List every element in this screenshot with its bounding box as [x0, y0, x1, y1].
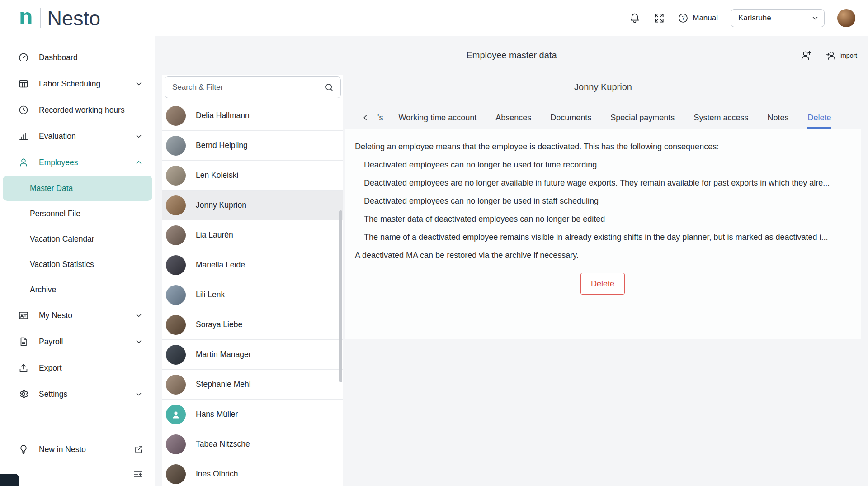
employee-avatar — [166, 106, 186, 126]
tab-system-access[interactable]: System access — [693, 107, 748, 129]
sidebar-item-label: Dashboard — [39, 53, 78, 62]
search-icon — [324, 82, 334, 92]
tab-delete[interactable]: Delete — [807, 107, 831, 129]
sidebar-item-evaluation[interactable]: Evaluation — [0, 123, 155, 149]
delete-intro-text: Deleting an employee means that the empl… — [355, 142, 850, 152]
employee-name: Jonny Kuprion — [196, 200, 246, 210]
tab-documents[interactable]: Documents — [550, 107, 591, 129]
sidebar-item-recorded-working-hours[interactable]: Recorded working hours — [0, 97, 155, 123]
main-header: Employee master data Import — [155, 36, 868, 75]
sidebar-item-export[interactable]: Export — [0, 355, 155, 381]
sidebar-subitem-archive[interactable]: Archive — [0, 277, 155, 302]
employee-row[interactable]: Mariella Leide — [162, 250, 343, 280]
employee-row[interactable]: Hans Müller — [162, 400, 343, 429]
document-icon — [18, 336, 29, 347]
nesto-logo: n Nesto — [19, 5, 100, 31]
employee-avatar — [166, 375, 186, 395]
sidebar-item-settings[interactable]: Settings — [0, 381, 155, 407]
employee-row-selected[interactable]: Jonny Kuprion — [162, 191, 343, 220]
gear-icon — [18, 389, 29, 400]
sidebar-item-label: Export — [39, 363, 62, 373]
import-person-icon — [826, 50, 836, 61]
sidebar-subitem-personnel-file[interactable]: Personnel File — [0, 201, 155, 226]
user-avatar[interactable] — [837, 9, 855, 27]
corner-widget — [0, 474, 19, 486]
sidebar-subitem-master-data[interactable]: Master Data — [3, 176, 152, 201]
sidebar-item-label: Evaluation — [39, 132, 76, 141]
detail-tabs: 's Working time account Absences Documen… — [345, 107, 861, 129]
export-arrow-icon — [18, 362, 29, 373]
header-actions: Import — [800, 50, 868, 62]
tab-special-payments[interactable]: Special payments — [610, 107, 675, 129]
delete-button[interactable]: Delete — [580, 273, 625, 295]
import-button[interactable]: Import — [826, 50, 857, 61]
employee-name: Ines Olbrich — [196, 469, 238, 479]
new-in-nesto-label: New in Nesto — [39, 445, 86, 454]
consequence-line: The master data of deactivated employees… — [355, 214, 850, 224]
employee-detail-title: Jonny Kuprion — [345, 82, 861, 92]
import-label: Import — [839, 52, 857, 59]
sidebar-subitem-label: Vacation Statistics — [30, 260, 94, 269]
employee-name: Tabea Nitzsche — [196, 439, 250, 449]
sidebar-item-my-nesto[interactable]: My Nesto — [0, 302, 155, 329]
employee-name: Lia Laurén — [196, 230, 233, 240]
employee-row[interactable]: Martin Manager — [162, 340, 343, 370]
topbar: n Nesto ? Manual Karlsruhe — [0, 0, 868, 36]
list-scrollbar-thumb[interactable] — [339, 210, 342, 382]
tabs-scroll-left-icon[interactable] — [360, 107, 370, 129]
notifications-bell-icon[interactable] — [629, 12, 641, 24]
add-employee-icon[interactable] — [800, 50, 812, 62]
chevron-down-icon — [134, 311, 143, 320]
content: Delia Hallmann Bernd Helpling Len Koleis… — [155, 75, 868, 486]
sidebar-item-labor-scheduling[interactable]: Labor Scheduling — [0, 71, 155, 97]
tab-truncated[interactable]: 's — [377, 107, 383, 129]
employee-avatar — [166, 195, 186, 215]
person-icon — [18, 157, 29, 168]
chevron-down-icon — [134, 79, 143, 88]
employee-row[interactable]: Stephanie Mehl — [162, 370, 343, 400]
main-area: Employee master data Import Delia — [155, 36, 868, 486]
sidebar-item-label: Employees — [39, 158, 78, 167]
chevron-down-icon — [134, 390, 143, 399]
tab-absences[interactable]: Absences — [495, 107, 531, 129]
search-input[interactable] — [172, 83, 324, 92]
fullscreen-expand-icon[interactable] — [653, 12, 665, 24]
new-in-nesto-link[interactable]: New in Nesto — [0, 436, 155, 462]
logo-mark: n — [19, 5, 33, 31]
sidebar-item-payroll[interactable]: Payroll — [0, 329, 155, 355]
sidebar-item-employees[interactable]: Employees — [0, 149, 155, 176]
employee-name: Hans Müller — [196, 410, 238, 419]
employee-name: Lili Lenk — [196, 290, 225, 300]
clock-icon — [18, 105, 29, 115]
tab-working-time-account[interactable]: Working time account — [398, 107, 476, 129]
logo-name: Nesto — [47, 8, 101, 29]
employee-row[interactable]: Tabea Nitzsche — [162, 429, 343, 459]
employee-avatar-placeholder — [166, 405, 186, 424]
employee-name: Mariella Leide — [196, 260, 245, 270]
sidebar-subitem-vacation-statistics[interactable]: Vacation Statistics — [0, 252, 155, 277]
employee-row[interactable]: Lili Lenk — [162, 280, 343, 310]
employee-row[interactable]: Ines Olbrich — [162, 459, 343, 486]
employee-avatar — [166, 315, 186, 335]
sidebar-subitem-vacation-calendar[interactable]: Vacation Calendar — [0, 226, 155, 252]
employee-name: Delia Hallmann — [196, 111, 250, 120]
employee-detail-panel: Jonny Kuprion 's Working time account Ab… — [345, 75, 861, 486]
manual-help-link[interactable]: ? Manual — [678, 13, 718, 24]
employee-row[interactable]: Lia Laurén — [162, 220, 343, 250]
sidebar-item-label: Settings — [39, 390, 67, 399]
sidebar-collapse-row — [0, 462, 155, 486]
sidebar-item-dashboard[interactable]: Dashboard — [0, 44, 155, 71]
location-select[interactable]: Karlsruhe — [731, 9, 825, 27]
collapse-sidebar-icon[interactable] — [132, 469, 143, 480]
employee-row[interactable]: Delia Hallmann — [162, 101, 343, 131]
employee-avatar — [166, 285, 186, 305]
chevron-up-icon — [134, 158, 143, 167]
employee-avatar — [166, 225, 186, 245]
svg-text:?: ? — [682, 15, 685, 21]
chevron-down-icon — [134, 337, 143, 346]
tab-notes[interactable]: Notes — [767, 107, 788, 129]
employee-row[interactable]: Bernd Helpling — [162, 131, 343, 161]
employee-row[interactable]: Len Koleiski — [162, 161, 343, 191]
employee-row[interactable]: Soraya Liebe — [162, 310, 343, 340]
lightbulb-icon — [18, 444, 29, 455]
